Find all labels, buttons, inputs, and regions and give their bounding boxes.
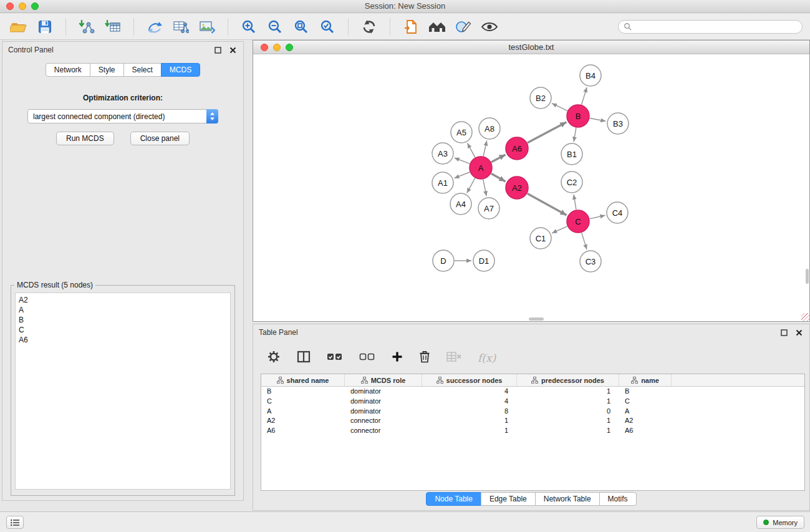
- network-canvas[interactable]: B4B2BB3A5A8A6B1A3AA1C2A2A4A7C4CC1C3DD1: [253, 55, 809, 321]
- graph-node-A5[interactable]: A5: [451, 122, 472, 143]
- select-all-button[interactable]: [327, 352, 343, 364]
- graph-node-C3[interactable]: C3: [580, 251, 601, 272]
- graph-node-A6[interactable]: A6: [506, 137, 528, 160]
- table-tab-network-table[interactable]: Network Table: [535, 492, 600, 506]
- graph-edge-A-A7[interactable]: [483, 180, 486, 196]
- column-header-successor-nodes[interactable]: successor nodes: [422, 374, 517, 386]
- table-row[interactable]: Cdominator41C: [261, 397, 804, 407]
- show-hide-details-button[interactable]: [478, 17, 501, 37]
- graph-node-C2[interactable]: C2: [561, 172, 582, 193]
- table-tab-node-table[interactable]: Node Table: [426, 492, 481, 506]
- graph-edge-C-C3[interactable]: [582, 233, 587, 249]
- graph-edge-A-A4[interactable]: [467, 178, 475, 193]
- graph-node-A8[interactable]: A8: [479, 118, 500, 139]
- resize-grip[interactable]: [801, 313, 809, 321]
- horizontal-scrollbar-thumb[interactable]: [529, 317, 544, 321]
- graph-node-B2[interactable]: B2: [530, 87, 551, 109]
- network-window-titlebar[interactable]: testGlobe.txt: [253, 41, 809, 54]
- delete-column-button[interactable]: [419, 351, 430, 365]
- zoom-selected-button[interactable]: [316, 17, 339, 37]
- mcds-result-list[interactable]: A2ABCA6: [15, 293, 231, 490]
- close-table-panel-button[interactable]: [794, 328, 804, 337]
- graph-node-C1[interactable]: C1: [530, 228, 551, 249]
- graph-edge-A-A6[interactable]: [491, 155, 506, 162]
- table-row[interactable]: Bdominator41B: [261, 387, 804, 397]
- graph-node-D1[interactable]: D1: [473, 250, 494, 271]
- deselect-all-button[interactable]: [359, 352, 375, 364]
- search-input[interactable]: [635, 22, 797, 31]
- graph-edge-A-A5[interactable]: [468, 143, 475, 158]
- save-session-button[interactable]: [34, 17, 56, 37]
- criterion-dropdown[interactable]: largest connected component (directed): [27, 109, 218, 123]
- graph-node-D[interactable]: D: [433, 250, 454, 271]
- zoom-fit-button[interactable]: [290, 17, 312, 37]
- column-header-predecessor-nodes[interactable]: predecessor nodes: [517, 374, 619, 386]
- zoom-out-button[interactable]: [264, 17, 286, 37]
- control-tab-style[interactable]: Style: [90, 63, 124, 77]
- open-document-button[interactable]: [400, 17, 422, 37]
- run-mcds-button[interactable]: Run MCDS: [56, 132, 114, 145]
- memory-button[interactable]: Memory: [756, 516, 804, 529]
- zoom-window-button[interactable]: [31, 2, 39, 10]
- zoom-in-button[interactable]: [238, 17, 260, 37]
- import-network-button[interactable]: [75, 17, 98, 37]
- graph-node-C[interactable]: C: [567, 210, 589, 233]
- vertical-scrollbar-thumb[interactable]: [806, 269, 809, 284]
- graph-node-B1[interactable]: B1: [561, 143, 582, 165]
- close-panel-button[interactable]: [228, 46, 238, 55]
- table-row[interactable]: Adominator80A: [261, 407, 804, 417]
- table-row[interactable]: A6connector11A6: [261, 426, 804, 436]
- add-column-button[interactable]: [392, 351, 403, 365]
- export-image-button[interactable]: [196, 17, 218, 37]
- graph-edge-C-C2[interactable]: [574, 195, 576, 210]
- graph-node-B4[interactable]: B4: [580, 65, 601, 86]
- table-row[interactable]: A2connector11A2: [261, 416, 804, 426]
- refresh-view-button[interactable]: [358, 17, 380, 37]
- search-box[interactable]: [618, 20, 803, 34]
- open-session-button[interactable]: [7, 17, 30, 37]
- graph-node-C4[interactable]: C4: [607, 202, 628, 223]
- import-table-button[interactable]: [102, 17, 124, 37]
- graph-node-A1[interactable]: A1: [432, 172, 453, 193]
- graph-node-A[interactable]: A: [470, 157, 492, 179]
- network-graph[interactable]: B4B2BB3A5A8A6B1A3AA1C2A2A4A7C4CC1C3DD1: [253, 55, 809, 321]
- graph-node-A4[interactable]: A4: [450, 193, 471, 215]
- float-table-panel-button[interactable]: [779, 328, 789, 337]
- table-tab-edge-table[interactable]: Edge Table: [481, 492, 536, 506]
- preview-button[interactable]: [452, 17, 475, 37]
- graph-edge-A6-B[interactable]: [528, 122, 567, 143]
- graph-edge-B-B3[interactable]: [590, 118, 606, 122]
- graph-node-A3[interactable]: A3: [432, 143, 453, 164]
- graph-edge-A-A2[interactable]: [491, 173, 506, 181]
- graph-node-A7[interactable]: A7: [478, 198, 499, 219]
- graph-edge-A2-C[interactable]: [528, 193, 567, 215]
- network-zoom-button[interactable]: [286, 44, 293, 51]
- close-panel-button-inline[interactable]: Close panel: [130, 132, 190, 145]
- minimize-window-button[interactable]: [19, 2, 26, 10]
- show-columns-button[interactable]: [297, 351, 311, 365]
- graph-node-B3[interactable]: B3: [607, 113, 629, 134]
- new-network-button[interactable]: [143, 17, 166, 37]
- graph-edge-C-C4[interactable]: [590, 215, 605, 219]
- table-tab-motifs[interactable]: Motifs: [599, 492, 637, 506]
- graph-edge-C-C1[interactable]: [552, 226, 567, 233]
- control-tab-mcds[interactable]: MCDS: [161, 63, 200, 77]
- graph-edge-A-A1[interactable]: [455, 172, 470, 178]
- task-history-button[interactable]: [6, 516, 24, 529]
- graph-edge-A-A8[interactable]: [483, 141, 487, 157]
- network-close-button[interactable]: [261, 44, 268, 51]
- graph-node-A2[interactable]: A2: [506, 177, 528, 199]
- graph-edge-A-A3[interactable]: [455, 158, 470, 163]
- column-header-name[interactable]: name: [619, 374, 672, 386]
- home-button[interactable]: [426, 17, 448, 37]
- close-window-button[interactable]: [6, 2, 14, 10]
- graph-edge-B-B1[interactable]: [574, 128, 576, 142]
- column-header-mcds-role[interactable]: MCDS role: [345, 374, 422, 386]
- graph-node-B[interactable]: B: [567, 105, 589, 127]
- control-tab-network[interactable]: Network: [46, 63, 90, 77]
- column-header-shared-name[interactable]: shared name: [261, 374, 345, 386]
- network-minimize-button[interactable]: [273, 44, 281, 51]
- graph-edge-B-B4[interactable]: [582, 87, 587, 105]
- table-settings-button[interactable]: [267, 350, 281, 366]
- graph-edge-B-B2[interactable]: [552, 104, 567, 111]
